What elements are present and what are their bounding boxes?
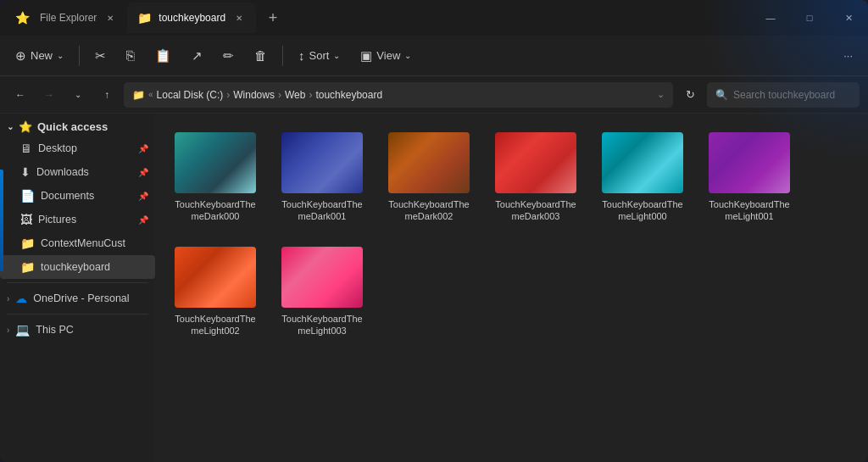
breadcrumb-sep0: « <box>148 90 153 99</box>
toolbar: ⊕ New ⌄ ✂ ⎘ 📋 ↗ ✏ 🗑 ↕ Sort ⌄ ▣ <box>0 36 868 76</box>
tab-file-explorer[interactable]: ⭐ File Explorer ✕ <box>5 3 127 33</box>
more-options-button[interactable]: ··· <box>835 42 861 70</box>
minimize-button[interactable]: — <box>751 0 790 36</box>
delete-icon: 🗑 <box>254 48 267 63</box>
file-item-light000[interactable]: TouchKeyboardThemeLight000 <box>596 127 689 228</box>
forward-button[interactable]: → <box>37 83 61 107</box>
search-box[interactable]: 🔍 Search touchkeyboard <box>707 82 860 108</box>
sidebar-item-documents-label: Documents <box>41 190 94 202</box>
breadcrumb-arrow3: › <box>309 89 312 101</box>
search-icon: 🔍 <box>715 89 728 101</box>
file-name-light003: TouchKeyboardThemeLight003 <box>281 313 364 337</box>
maximize-button[interactable]: □ <box>790 0 829 36</box>
new-icon: ⊕ <box>15 48 26 64</box>
sort-chevron-icon: ⌄ <box>333 51 340 60</box>
title-bar: ⭐ File Explorer ✕ 📁 touchkeyboard ✕ + — … <box>0 0 868 36</box>
file-item-light002[interactable]: TouchKeyboardThemeLight002 <box>169 242 262 342</box>
sidebar-item-touchkeyboard[interactable]: 📁 touchkeyboard <box>0 255 155 279</box>
view-chevron-icon: ⌄ <box>404 51 411 60</box>
new-chevron-icon: ⌄ <box>57 51 64 60</box>
sidebar-item-onedrive[interactable]: › ☁ OneDrive - Personal <box>0 287 155 310</box>
sidebar-item-contextmenu-label: ContextMenuCust <box>41 237 125 249</box>
file-thumbnail-light003 <box>281 247 363 308</box>
delete-button[interactable]: 🗑 <box>246 42 275 70</box>
quick-access-chevron: ⌄ <box>7 122 14 131</box>
quick-access-section: ⌄ ⭐ Quick access 🖥 Desktop 📌 ⬇ Downloads… <box>0 117 155 279</box>
file-name-light000: TouchKeyboardThemeLight000 <box>601 198 684 223</box>
sort-button[interactable]: ↕ Sort ⌄ <box>290 42 348 70</box>
file-item-dark000[interactable]: TouchKeyboardThemeDark000 <box>169 127 262 228</box>
sidebar-item-contextmenu[interactable]: 📁 ContextMenuCust <box>0 231 155 255</box>
rename-button[interactable]: ✏ <box>214 42 242 70</box>
more-icon: ··· <box>843 49 853 62</box>
desktop-icon: 🖥 <box>20 142 32 155</box>
onedrive-icon: ☁ <box>15 292 27 305</box>
file-thumbnail-dark002 <box>388 132 470 193</box>
breadcrumb-part3: Web <box>285 89 305 101</box>
sidebar-item-thispc-label: This PC <box>36 324 73 336</box>
breadcrumb-part4: touchkeyboard <box>315 89 382 101</box>
sidebar-divider-1 <box>7 282 148 283</box>
back-button[interactable]: ← <box>8 83 32 107</box>
breadcrumb-chevron-icon: ⌄ <box>657 89 665 100</box>
quick-access-label: Quick access <box>37 120 108 133</box>
file-item-light001[interactable]: TouchKeyboardThemeLight001 <box>703 127 796 228</box>
sidebar-item-desktop[interactable]: 🖥 Desktop 📌 <box>0 136 155 160</box>
folder-contextmenu-icon: 📁 <box>20 237 35 250</box>
file-item-dark001[interactable]: TouchKeyboardThemeDark001 <box>275 127 369 228</box>
window-controls: — □ ✕ <box>751 0 868 36</box>
dropdown-icon: ⌄ <box>75 90 81 99</box>
tab-touchkeyboard[interactable]: 📁 touchkeyboard ✕ <box>127 3 256 33</box>
breadcrumb[interactable]: 📁 « Local Disk (C:) › Windows › Web › to… <box>124 82 673 108</box>
close-button[interactable]: ✕ <box>829 0 868 36</box>
sidebar-item-downloads[interactable]: ⬇ Downloads 📌 <box>0 160 155 184</box>
file-thumbnail-dark003 <box>495 132 576 193</box>
view-label: View <box>376 49 400 62</box>
share-icon: ↗ <box>192 48 203 64</box>
toolbar-separator-2 <box>282 46 283 66</box>
dropdown-button[interactable]: ⌄ <box>66 83 90 107</box>
breadcrumb-arrow2: › <box>278 89 281 101</box>
sidebar-item-thispc[interactable]: › 💻 This PC <box>0 318 155 342</box>
sidebar-item-desktop-label: Desktop <box>38 142 77 154</box>
breadcrumb-part1: Local Disk (C:) <box>157 89 224 101</box>
toolbar-separator-1 <box>79 46 80 66</box>
downloads-icon: ⬇ <box>20 165 31 179</box>
copy-button[interactable]: ⎘ <box>118 42 143 70</box>
sidebar-item-documents[interactable]: 📄 Documents 📌 <box>0 184 155 208</box>
new-tab-button[interactable]: + <box>259 4 287 31</box>
file-explorer-window: ⭐ File Explorer ✕ 📁 touchkeyboard ✕ + — … <box>0 0 868 462</box>
pictures-icon: 🖼 <box>20 213 32 226</box>
file-thumbnail-light002 <box>175 247 256 308</box>
tab-touchkeyboard-close[interactable]: ✕ <box>232 11 246 25</box>
sidebar-item-downloads-label: Downloads <box>36 166 89 178</box>
view-button[interactable]: ▣ View ⌄ <box>352 42 420 70</box>
file-item-light003[interactable]: TouchKeyboardThemeLight003 <box>275 242 369 342</box>
file-name-dark000: TouchKeyboardThemeDark000 <box>174 198 257 223</box>
back-icon: ← <box>15 89 25 101</box>
tab-folder-icon: 📁 <box>137 11 152 25</box>
cut-button[interactable]: ✂ <box>86 42 114 70</box>
refresh-button[interactable]: ↻ <box>678 83 702 107</box>
share-button[interactable]: ↗ <box>183 42 211 70</box>
documents-icon: 📄 <box>20 189 35 203</box>
sidebar-item-onedrive-label: OneDrive - Personal <box>33 292 129 304</box>
quick-access-header[interactable]: ⌄ ⭐ Quick access <box>0 117 155 136</box>
sidebar-item-pictures-label: Pictures <box>38 214 76 225</box>
tab-file-explorer-close[interactable]: ✕ <box>103 11 117 25</box>
quick-access-star-icon: ⭐ <box>19 120 32 133</box>
file-item-dark002[interactable]: TouchKeyboardThemeDark002 <box>382 127 476 228</box>
tab-touchkeyboard-label: touchkeyboard <box>159 12 225 24</box>
new-button[interactable]: ⊕ New ⌄ <box>7 42 72 70</box>
tab-area: ⭐ File Explorer ✕ 📁 touchkeyboard ✕ + <box>0 0 751 36</box>
file-item-dark003[interactable]: TouchKeyboardThemeDark003 <box>489 127 582 228</box>
up-button[interactable]: ↑ <box>95 83 119 107</box>
pin-icon-downloads: 📌 <box>138 168 148 177</box>
tab-file-explorer-label: File Explorer <box>40 12 97 24</box>
paste-button[interactable]: 📋 <box>147 42 180 70</box>
sidebar-item-pictures[interactable]: 🖼 Pictures 📌 <box>0 208 155 231</box>
file-name-dark001: TouchKeyboardThemeDark001 <box>281 198 364 223</box>
file-name-light001: TouchKeyboardThemeLight001 <box>708 198 791 223</box>
file-thumbnail-dark000 <box>175 132 256 193</box>
file-name-dark003: TouchKeyboardThemeDark003 <box>494 198 577 223</box>
